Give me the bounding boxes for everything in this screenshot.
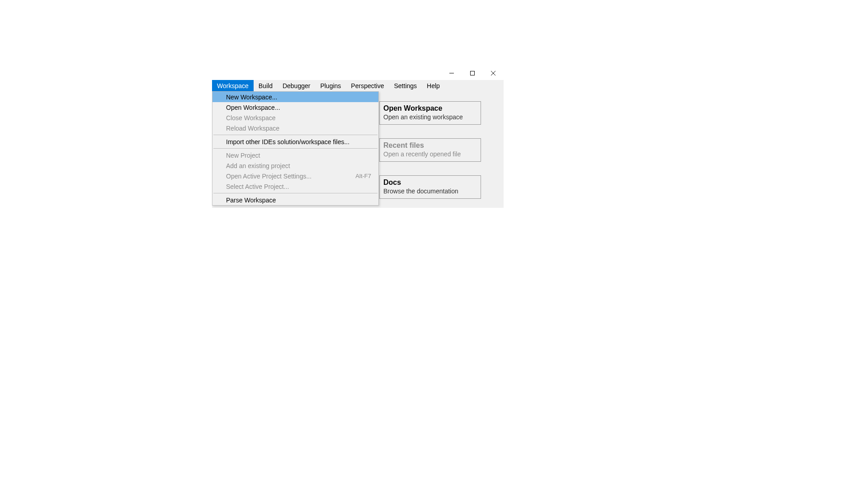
menu-debugger[interactable]: Debugger	[278, 80, 316, 91]
menuitem-label: Import other IDEs solution/workspace fil…	[226, 138, 349, 145]
title-bar	[212, 66, 504, 80]
menuitem-label: Add an existing project	[226, 162, 290, 169]
menuitem-new-workspace[interactable]: New Workspace...	[212, 92, 378, 102]
menuitem-add-existing-project[interactable]: Add an existing project	[212, 160, 378, 171]
app-window: Workspace Build Debugger Plugins Perspec…	[212, 66, 504, 208]
card-title: Open Workspace	[383, 104, 477, 113]
menu-help[interactable]: Help	[422, 80, 445, 91]
menuitem-label: Open Workspace...	[226, 104, 280, 111]
window-controls	[441, 66, 504, 80]
menuitem-label: Select Active Project...	[226, 183, 289, 190]
minimize-button[interactable]	[441, 66, 462, 80]
menu-plugins[interactable]: Plugins	[315, 80, 346, 91]
menuitem-parse-workspace[interactable]: Parse Workspace	[212, 195, 378, 205]
svg-rect-1	[471, 71, 475, 75]
close-button[interactable]	[483, 66, 504, 80]
card-subtitle: Open an existing workspace	[383, 113, 477, 121]
menuitem-import-other-ides[interactable]: Import other IDEs solution/workspace fil…	[212, 136, 378, 147]
menuitem-label: Open Active Project Settings...	[226, 173, 311, 180]
menu-bar: Workspace Build Debugger Plugins Perspec…	[212, 80, 504, 91]
menuitem-reload-workspace[interactable]: Reload Workspace	[212, 123, 378, 133]
menuitem-open-workspace[interactable]: Open Workspace...	[212, 102, 378, 113]
menu-workspace[interactable]: Workspace	[212, 80, 254, 91]
menu-build[interactable]: Build	[254, 80, 278, 91]
card-title: Docs	[383, 178, 477, 187]
menuitem-label: New Project	[226, 152, 260, 159]
menu-separator	[213, 193, 377, 193]
menuitem-new-project[interactable]: New Project	[212, 150, 378, 160]
maximize-button[interactable]	[462, 66, 483, 80]
menu-separator	[213, 148, 377, 149]
menuitem-label: Reload Workspace	[226, 125, 279, 132]
menuitem-shortcut: Alt-F7	[355, 173, 371, 179]
card-title: Recent files	[383, 141, 477, 150]
card-docs[interactable]: Docs Browse the documentation	[379, 175, 481, 199]
menuitem-select-active-project[interactable]: Select Active Project...	[212, 181, 378, 192]
menuitem-label: Parse Workspace	[226, 197, 276, 204]
menu-separator	[213, 135, 377, 135]
menuitem-close-workspace[interactable]: Close Workspace	[212, 113, 378, 123]
card-subtitle: Open a recently opened file	[383, 150, 477, 158]
card-subtitle: Browse the documentation	[383, 188, 477, 195]
menu-settings[interactable]: Settings	[389, 80, 422, 91]
menuitem-label: New Workspace...	[226, 94, 277, 101]
menu-perspective[interactable]: Perspective	[346, 80, 389, 91]
menuitem-label: Close Workspace	[226, 114, 275, 122]
card-recent-files[interactable]: Recent files Open a recently opened file	[379, 138, 481, 162]
card-open-workspace[interactable]: Open Workspace Open an existing workspac…	[379, 101, 481, 125]
workspace-dropdown: New Workspace... Open Workspace... Close…	[212, 91, 379, 206]
menuitem-open-active-project-settings[interactable]: Open Active Project Settings... Alt-F7	[212, 171, 378, 181]
